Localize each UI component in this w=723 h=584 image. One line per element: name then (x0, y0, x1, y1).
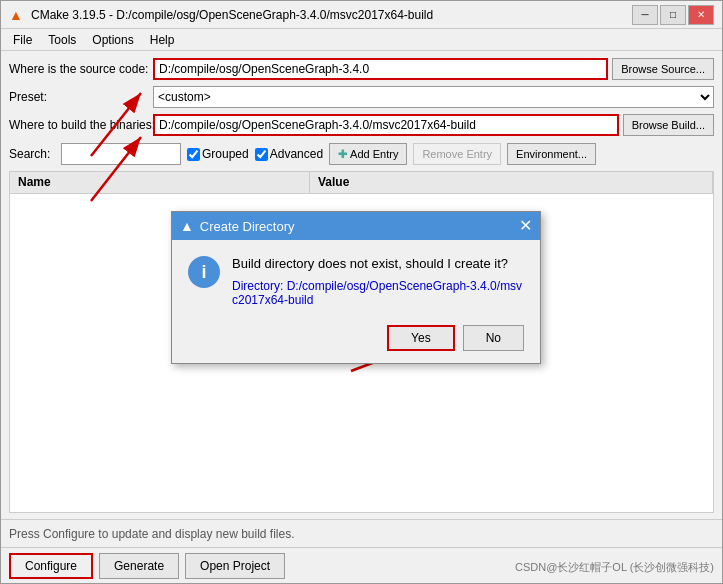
binaries-label: Where to build the binaries: (9, 118, 149, 132)
dialog-title-icon: ▲ (180, 218, 194, 234)
title-text: CMake 3.19.5 - D:/compile/osg/OpenSceneG… (31, 8, 632, 22)
grouped-checkbox-label[interactable]: Grouped (187, 147, 249, 161)
menu-help[interactable]: Help (142, 31, 183, 49)
watermark: CSDN@长沙红帽子OL (长沙创微强科技) (515, 560, 714, 575)
grouped-checkbox[interactable] (187, 148, 200, 161)
dialog-content: Build directory does not exist, should I… (232, 256, 524, 307)
dialog-yes-button[interactable]: Yes (387, 325, 455, 351)
browse-source-button[interactable]: Browse Source... (612, 58, 714, 80)
dialog-close-button[interactable]: ✕ (519, 218, 532, 234)
advanced-checkbox-label[interactable]: Advanced (255, 147, 323, 161)
dialog-buttons: Yes No (172, 319, 540, 363)
source-label: Where is the source code: (9, 62, 149, 76)
status-bar: Press Configure to update and display ne… (1, 519, 722, 547)
dialog-no-button[interactable]: No (463, 325, 524, 351)
menu-bar: File Tools Options Help (1, 29, 722, 51)
table-header: Name Value (10, 172, 713, 194)
minimize-button[interactable]: ─ (632, 5, 658, 25)
app-icon: ▲ (9, 7, 25, 23)
close-button[interactable]: ✕ (688, 5, 714, 25)
search-row: Search: Grouped Advanced ✚ Add Entry Rem… (9, 141, 714, 167)
source-row: Where is the source code: Browse Source.… (9, 57, 714, 81)
binaries-row: Where to build the binaries: Browse Buil… (9, 113, 714, 137)
preset-select[interactable]: <custom> (153, 86, 714, 108)
add-entry-button[interactable]: ✚ Add Entry (329, 143, 407, 165)
column-value-header: Value (310, 172, 713, 193)
browse-build-button[interactable]: Browse Build... (623, 114, 714, 136)
preset-label: Preset: (9, 90, 149, 104)
environment-button[interactable]: Environment... (507, 143, 596, 165)
search-input[interactable] (61, 143, 181, 165)
menu-file[interactable]: File (5, 31, 40, 49)
dialog-title: ▲ Create Directory (180, 218, 295, 234)
dialog-title-bar: ▲ Create Directory ✕ (172, 212, 540, 240)
menu-tools[interactable]: Tools (40, 31, 84, 49)
generate-button[interactable]: Generate (99, 553, 179, 579)
remove-entry-button[interactable]: Remove Entry (413, 143, 501, 165)
advanced-checkbox[interactable] (255, 148, 268, 161)
dialog-info-icon: i (188, 256, 220, 288)
window-controls: ─ □ ✕ (632, 5, 714, 25)
configure-button[interactable]: Configure (9, 553, 93, 579)
source-input[interactable] (153, 58, 608, 80)
title-bar: ▲ CMake 3.19.5 - D:/compile/osg/OpenScen… (1, 1, 722, 29)
column-name-header: Name (10, 172, 310, 193)
dialog-path-text: Directory: D:/compile/osg/OpenSceneGraph… (232, 279, 524, 307)
maximize-button[interactable]: □ (660, 5, 686, 25)
status-text: Press Configure to update and display ne… (9, 527, 295, 541)
open-project-button[interactable]: Open Project (185, 553, 285, 579)
add-icon: ✚ (338, 148, 347, 161)
create-directory-dialog: ▲ Create Directory ✕ i Build directory d… (171, 211, 541, 364)
dialog-main-text: Build directory does not exist, should I… (232, 256, 524, 271)
menu-options[interactable]: Options (84, 31, 141, 49)
search-label: Search: (9, 147, 55, 161)
binaries-input[interactable] (153, 114, 619, 136)
dialog-body: i Build directory does not exist, should… (172, 240, 540, 319)
preset-row: Preset: <custom> (9, 85, 714, 109)
